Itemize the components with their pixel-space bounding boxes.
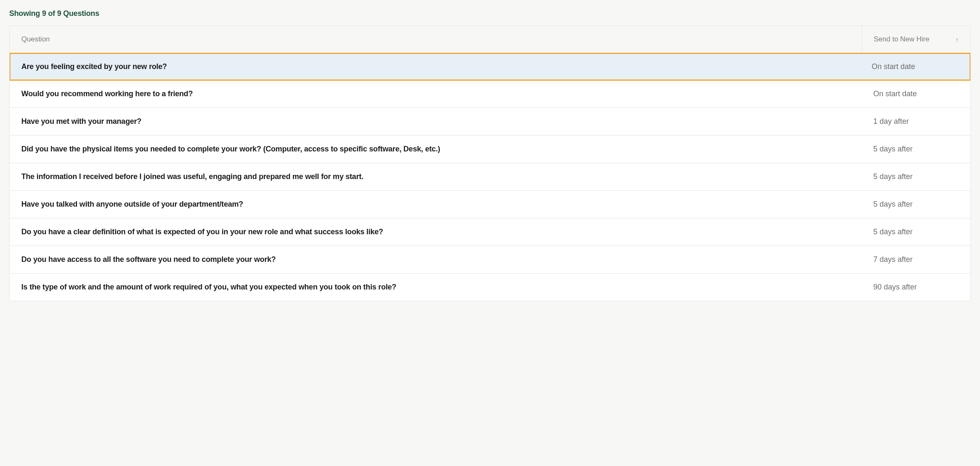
send-timing: On start date bbox=[861, 54, 970, 79]
table-header: Question Send to New Hire ↑ bbox=[10, 26, 970, 53]
table-row[interactable]: Would you recommend working here to a fr… bbox=[10, 80, 970, 108]
table-body: Are you feeling excited by your new role… bbox=[10, 53, 970, 301]
questions-table: Question Send to New Hire ↑ Are you feel… bbox=[9, 26, 971, 301]
column-header-send-to-new-hire[interactable]: Send to New Hire ↑ bbox=[862, 26, 970, 53]
sort-ascending-icon: ↑ bbox=[956, 36, 959, 43]
send-timing: 5 days after bbox=[862, 136, 970, 163]
send-timing: 5 days after bbox=[862, 191, 970, 218]
table-row[interactable]: Are you feeling excited by your new role… bbox=[9, 53, 971, 81]
send-timing: 7 days after bbox=[862, 246, 970, 273]
question-text: Do you have a clear definition of what i… bbox=[10, 218, 862, 246]
table-row[interactable]: Do you have access to all the software y… bbox=[10, 246, 970, 274]
column-header-question[interactable]: Question bbox=[10, 26, 862, 53]
send-timing: 5 days after bbox=[862, 218, 970, 246]
question-text: Are you feeling excited by your new role… bbox=[10, 54, 861, 79]
question-text: The information I received before I join… bbox=[10, 163, 862, 190]
question-text: Would you recommend working here to a fr… bbox=[10, 80, 862, 108]
question-text: Did you have the physical items you need… bbox=[10, 136, 862, 163]
table-row[interactable]: Is the type of work and the amount of wo… bbox=[10, 274, 970, 301]
send-timing: 1 day after bbox=[862, 108, 970, 135]
table-row[interactable]: Have you met with your manager?1 day aft… bbox=[10, 108, 970, 136]
question-text: Is the type of work and the amount of wo… bbox=[10, 274, 862, 301]
results-count: Showing 9 of 9 Questions bbox=[9, 9, 971, 18]
send-timing: 5 days after bbox=[862, 163, 970, 190]
table-row[interactable]: Do you have a clear definition of what i… bbox=[10, 218, 970, 246]
question-text: Do you have access to all the software y… bbox=[10, 246, 862, 273]
send-timing: On start date bbox=[862, 80, 970, 108]
table-row[interactable]: Did you have the physical items you need… bbox=[10, 136, 970, 163]
question-text: Have you met with your manager? bbox=[10, 108, 862, 135]
send-timing: 90 days after bbox=[862, 274, 970, 301]
column-header-send-label: Send to New Hire bbox=[874, 35, 929, 44]
table-row[interactable]: The information I received before I join… bbox=[10, 163, 970, 191]
question-text: Have you talked with anyone outside of y… bbox=[10, 191, 862, 218]
table-row[interactable]: Have you talked with anyone outside of y… bbox=[10, 191, 970, 218]
